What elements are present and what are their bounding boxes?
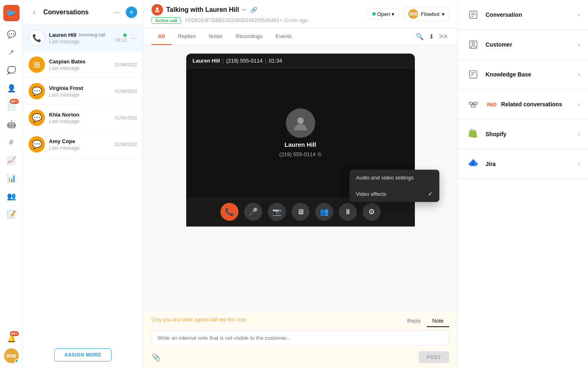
- team-nav-icon[interactable]: 👥: [3, 188, 20, 204]
- screen-share-button[interactable]: 🖥: [292, 203, 310, 221]
- inbox-nav-icon[interactable]: ↗: [3, 44, 20, 61]
- customer-section-title: Customer: [486, 41, 578, 48]
- chart-nav-icon[interactable]: 📊: [3, 170, 20, 186]
- conv-time-lauren: 05:12: [115, 38, 127, 43]
- conv-name-khia: Khia Norton: [49, 112, 111, 118]
- note-tab-reply[interactable]: Reply: [401, 315, 426, 327]
- analytics-nav-icon[interactable]: 📈: [3, 152, 20, 168]
- related-conversations-section-title: PAD Related conversations: [486, 101, 578, 108]
- conv-time-caspian: 01/08/2022: [115, 62, 137, 67]
- conv-sub-lauren: Last message: [49, 39, 111, 45]
- hashtag-icon: #: [9, 138, 13, 147]
- right-section-related-conversations[interactable]: PAD Related conversations ›: [458, 90, 588, 119]
- dropdown-audio-settings[interactable]: Audio and video settings: [350, 170, 439, 186]
- tab-replies[interactable]: Replies: [172, 28, 202, 45]
- mute-button[interactable]: 🎤: [244, 203, 262, 221]
- knowledge-base-chevron: ›: [578, 71, 580, 78]
- note-input[interactable]: [158, 335, 443, 341]
- customer-chevron: ›: [578, 41, 580, 48]
- tab-events[interactable]: Events: [269, 28, 298, 45]
- search-tab-button[interactable]: 🔍: [416, 33, 424, 40]
- conv-online-dot-lauren: [123, 34, 127, 37]
- reports-nav-icon[interactable]: 📄 99+: [3, 98, 20, 114]
- conversation-section-icon: [466, 7, 481, 22]
- chat-avatar: [151, 4, 163, 16]
- tab-recordings[interactable]: Recordings: [229, 28, 269, 45]
- more-options-button[interactable]: ⋯: [111, 7, 122, 18]
- right-section-knowledge-base[interactable]: Knowledge Base ›: [458, 60, 588, 90]
- status-open-button[interactable]: Open ▾: [368, 9, 399, 20]
- robot-icon: 🤖: [7, 120, 16, 129]
- conversations-header: ‹ Conversations ⋯ +: [23, 0, 143, 25]
- conv-sub-khia: Last message: [49, 119, 111, 124]
- conv-info-lauren: Lauren Hill Incoming call Last message: [49, 32, 111, 45]
- link-icon[interactable]: 🔗: [250, 7, 257, 13]
- notes-nav-icon[interactable]: 📝: [3, 206, 20, 222]
- right-section-jira[interactable]: Jira ›: [458, 149, 588, 179]
- back-button[interactable]: ‹: [29, 7, 40, 18]
- call-info-bar: Lauren Hill | (219) 555-0114 | 01:34: [186, 54, 415, 68]
- participants-button[interactable]: 👥: [315, 203, 333, 221]
- pause-button[interactable]: ⏸: [339, 203, 357, 221]
- chat-content: Lauren Hill | (219) 555-0114 | 01:34 Lau…: [143, 45, 457, 311]
- hashtag-nav-icon[interactable]: #: [3, 134, 20, 150]
- user-avatar[interactable]: WW: [4, 348, 19, 363]
- active-call-badge: Active call: [151, 17, 181, 24]
- caller-name-large: Lauren Hill: [285, 141, 316, 148]
- app-logo: 🐦: [3, 5, 20, 21]
- conversations-nav-icon[interactable]: 💬: [3, 26, 20, 43]
- conv-name-amy: Amy Cope: [49, 138, 111, 144]
- conv-item-virginia[interactable]: 💬 Virginia Frost Last message 01/08/2022: [23, 78, 143, 105]
- svg-point-0: [156, 7, 158, 10]
- divider-1: |: [223, 58, 224, 64]
- svg-rect-12: [469, 102, 472, 104]
- agent-label: Flowbot: [421, 11, 439, 17]
- notifications-nav-icon[interactable]: 🔔 99+: [3, 330, 20, 347]
- copy-icon[interactable]: ⎘: [318, 151, 321, 157]
- inbox-icon: ↗: [8, 48, 14, 57]
- pad-badge: PAD: [486, 102, 498, 108]
- conv-info-virginia: Virginia Frost Last message: [49, 85, 111, 98]
- svg-rect-13: [474, 102, 477, 104]
- chat-nav-icon[interactable]: 💭: [3, 62, 20, 79]
- right-section-shopify[interactable]: Shopify ›: [458, 119, 588, 149]
- more-tabs-button[interactable]: >>: [439, 32, 448, 41]
- knowledge-base-section-title: Knowledge Base: [486, 71, 578, 78]
- conv-item-khia[interactable]: 💬 Khia Norton Last message 01/08/2022: [23, 105, 143, 131]
- tab-all[interactable]: All: [151, 28, 172, 45]
- post-button[interactable]: POST: [419, 351, 449, 363]
- end-call-button[interactable]: 📞: [220, 203, 238, 221]
- nav-icons-top: 🐦 💬 ↗ 💭 👤 📄 99+ 🤖 # 📈 📊 👥: [3, 5, 20, 329]
- chat-title: Talking with Lauren Hill: [166, 6, 239, 13]
- contacts-nav-icon[interactable]: 👤: [3, 80, 20, 96]
- conversations-panel: ‹ Conversations ⋯ + 📞 Lauren Hill Incomi…: [23, 0, 143, 368]
- conv-item-lauren-hill[interactable]: 📞 Lauren Hill Incoming call Last message…: [23, 25, 143, 52]
- attachment-icon[interactable]: 📎: [151, 353, 160, 362]
- right-section-customer[interactable]: Customer ›: [458, 30, 588, 60]
- robot-nav-icon[interactable]: 🤖: [3, 116, 20, 132]
- conv-item-caspian[interactable]: ⊞ Caspian Bates Last message 01/08/2022: [23, 52, 143, 78]
- divider-2: |: [265, 58, 266, 64]
- status-chevron: ▾: [392, 11, 394, 17]
- settings-button[interactable]: ⚙: [363, 203, 381, 221]
- conv-avatar-virginia: 💬: [29, 83, 45, 99]
- tab-notes[interactable]: Notes: [202, 28, 229, 45]
- conversations-icon: 💬: [7, 30, 16, 39]
- status-dot: [372, 12, 376, 16]
- edit-icon[interactable]: ✏: [242, 7, 247, 13]
- dropdown-video-effects[interactable]: Video effects ✓: [350, 186, 439, 202]
- right-section-conversation[interactable]: Conversation ›: [458, 0, 588, 30]
- knowledge-base-section-icon: [466, 67, 481, 82]
- conv-item-amy[interactable]: 💬 Amy Cope Last message 01/08/2022: [23, 131, 143, 158]
- assign-more-button[interactable]: ASSIGN MORE: [54, 348, 112, 361]
- video-toggle-button[interactable]: 📷: [268, 203, 286, 221]
- conv-name-lauren: Lauren Hill Incoming call: [49, 32, 111, 38]
- agent-assign-button[interactable]: WW Flowbot ▾: [404, 7, 449, 21]
- shopify-section-icon: [466, 127, 481, 141]
- customer-section-icon: [466, 37, 481, 52]
- note-footer: 📎 POST: [151, 349, 449, 366]
- chat-title-row: Talking with Lauren Hill ✏ 🔗: [151, 4, 307, 16]
- note-tab-note[interactable]: Note: [427, 315, 449, 327]
- download-tab-button[interactable]: ⬇: [429, 33, 434, 40]
- add-conversation-button[interactable]: +: [126, 7, 137, 18]
